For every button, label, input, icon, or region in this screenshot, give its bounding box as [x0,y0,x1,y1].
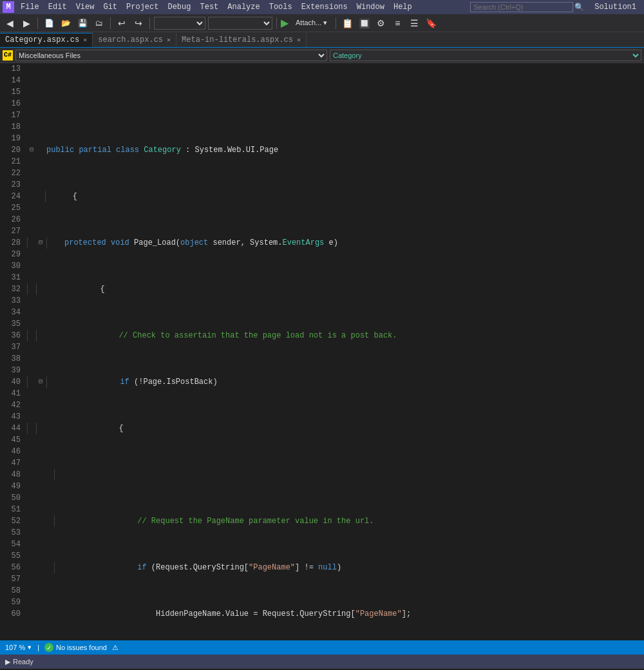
platform-dropdown[interactable] [208,17,272,30]
zoom-value: 107 % [5,644,25,651]
menu-analyze[interactable]: Analyze [223,1,263,13]
collapse-14[interactable]: ⊟ [27,146,36,155]
save-button[interactable]: 💾 [75,16,90,30]
tab-close-1[interactable]: ✕ [167,36,171,44]
error-status-text: No issues found [56,644,107,651]
line-num-30: 30 [0,260,21,272]
tab-close-2[interactable]: ✕ [297,36,301,44]
filepath-bar: C# Miscellaneous Files Category [0,48,644,63]
tab-close-0[interactable]: ✕ [83,36,87,44]
line-num-23: 23 [0,179,21,191]
line-num-55: 55 [0,550,21,562]
toolbar-btn-8[interactable]: ⚙ [374,16,388,30]
code-line-22: // Request the PageName parameter value … [27,515,644,527]
warning-icon: ⚠ [112,644,118,652]
editor-tabs: Category.aspx.cs ✕ search.aspx.cs ✕ Meta… [0,32,644,48]
code-line-14: ⊟ public partial class Category : System… [27,144,644,156]
bottom-bars: 107 % ▼ | ✓ No issues found ⚠ ▶ Ready [0,640,644,669]
menu-edit[interactable]: Edit [44,1,71,13]
toolbar-separator-4 [276,17,277,29]
line-num-53: 53 [0,527,21,539]
forward-button[interactable]: ▶ [19,16,33,30]
tab-label-0: Category.aspx.cs [5,35,79,44]
line-num-52: 52 [0,515,21,527]
line-num-14: 14 [0,75,21,86]
line-num-15: 15 [0,86,21,98]
line-num-29: 29 [0,249,21,260]
solution-name: Solution1 [589,3,641,12]
collapse-16[interactable]: ⊟ [36,238,45,247]
collapse-19[interactable]: ⊟ [36,378,45,387]
line-num-21: 21 [0,156,21,168]
redo-button[interactable]: ↪ [131,16,146,30]
search-input[interactable] [470,2,573,12]
line-num-41: 41 [0,388,21,399]
code-line-15: { [27,191,644,202]
toolbar-separator-5 [336,17,336,29]
new-file-button[interactable]: 📄 [42,16,56,30]
menu-window[interactable]: Window [353,1,388,13]
code-line-16: ⊟ protected void Page_Load(object sender… [27,237,644,249]
attach-button[interactable]: Attach... ▾ [291,17,332,28]
zoom-indicator[interactable]: 107 % ▼ [5,644,32,651]
scope-dropdown[interactable]: Miscellaneous Files [15,50,327,61]
code-area[interactable]: ⊟ public partial class Category : System… [24,63,644,640]
tab-category-aspx-cs[interactable]: Category.aspx.cs ✕ [0,33,93,47]
error-indicator-container: ✓ No issues found [44,643,107,652]
line-num-56: 56 [0,562,21,573]
menu-view[interactable]: View [72,1,99,13]
menu-debug[interactable]: Debug [164,1,194,13]
ready-text: Ready [13,658,33,665]
menu-project[interactable]: Project [122,1,162,13]
line-num-32: 32 [0,283,21,295]
toolbar-btn-7[interactable]: 🔲 [357,16,371,30]
line-num-18: 18 [0,121,21,133]
open-file-button[interactable]: 📂 [59,16,73,30]
tab-meta-literals[interactable]: Meta-in-literals.aspx.cs ✕ [176,33,307,47]
undo-button[interactable]: ↩ [115,16,129,30]
line-num-54: 54 [0,539,21,550]
line-num-19: 19 [0,133,21,144]
menu-git[interactable]: Git [99,1,121,13]
line-num-37: 37 [0,341,21,353]
code-line-13 [27,98,644,110]
code-line-24: HiddenPageName.Value = Request.QueryStri… [27,608,644,620]
line-num-44: 44 [0,423,21,434]
line-num-27: 27 [0,225,21,237]
line-num-58: 58 [0,585,21,597]
line-num-59: 59 [0,597,21,608]
code-line-23: if (Request.QueryString["PageName"] != n… [27,562,644,573]
line-numbers: 13 14 15 16 17 18 19 20 21 22 23 24 25 2… [0,63,24,640]
menu-extensions[interactable]: Extensions [298,1,352,13]
class-dropdown[interactable]: Category [330,50,641,61]
menu-help[interactable]: Help [390,1,416,13]
menu-bar: File Edit View Git Project Debug Test An… [17,1,416,13]
zoom-dropdown-icon[interactable]: ▼ [26,644,32,651]
menu-file[interactable]: File [17,1,43,13]
back-button[interactable]: ◀ [3,16,17,30]
save-all-button[interactable]: 🗂 [92,16,106,30]
line-num-31: 31 [0,272,21,283]
config-dropdown[interactable] [154,17,205,30]
menu-tools[interactable]: Tools [265,1,296,13]
vs-logo: M [3,1,14,13]
code-line-18: // Check to assertain that the page load… [27,330,644,341]
tab-label-2: Meta-in-literals.aspx.cs [182,35,293,44]
line-num-51: 51 [0,504,21,515]
file-type-label: C# [4,52,12,59]
line-num-24: 24 [0,191,21,202]
line-num-42: 42 [0,399,21,411]
tab-search-aspx-cs[interactable]: search.aspx.cs ✕ [93,33,176,47]
titlebar: M File Edit View Git Project Debug Test … [0,0,644,14]
line-num-17: 17 [0,110,21,121]
start-debug-button[interactable]: ▶ [281,17,289,29]
line-num-25: 25 [0,202,21,214]
toolbar-btn-10[interactable]: ☰ [407,16,421,30]
toolbar-btn-9[interactable]: ≡ [390,16,404,30]
toolbar-separator-3 [149,17,150,29]
line-num-34: 34 [0,307,21,318]
toolbar-btn-11[interactable]: 🔖 [424,16,438,30]
menu-test[interactable]: Test [196,1,222,13]
search-box: 🔍 [470,2,584,12]
toolbar-btn-6[interactable]: 📋 [340,16,354,30]
